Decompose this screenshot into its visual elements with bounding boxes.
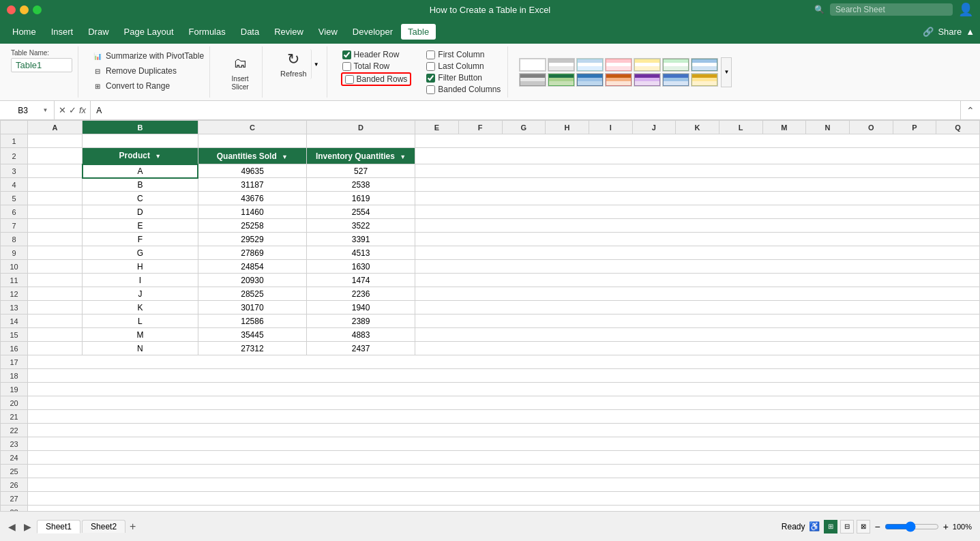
cell-c11[interactable]: 20930 bbox=[198, 274, 306, 287]
maximize-button[interactable] bbox=[33, 5, 42, 14]
col-header-k[interactable]: K bbox=[676, 121, 719, 134]
style-option-4[interactable] bbox=[634, 58, 661, 72]
style-option-6[interactable] bbox=[691, 58, 718, 72]
cell-c2-qty[interactable]: Quantities Sold ▼ bbox=[198, 148, 306, 164]
cell-b9[interactable]: G bbox=[83, 246, 198, 260]
refresh-dropdown[interactable]: ▼ bbox=[312, 49, 321, 79]
cell-e11-rest[interactable] bbox=[415, 274, 980, 287]
last-column-checkbox-row[interactable]: Last Column bbox=[425, 61, 502, 72]
row-22-cells[interactable] bbox=[28, 424, 980, 437]
view-normal-button[interactable]: ⊞ bbox=[824, 520, 837, 533]
cell-a9[interactable] bbox=[28, 246, 83, 260]
style-option-7[interactable] bbox=[519, 73, 546, 87]
cell-b4[interactable]: B bbox=[83, 178, 198, 192]
cell-a14[interactable] bbox=[28, 315, 83, 328]
name-box-input[interactable] bbox=[6, 106, 40, 115]
cell-a6[interactable] bbox=[28, 205, 83, 219]
menu-data[interactable]: Data bbox=[234, 24, 266, 40]
cell-b7[interactable]: E bbox=[83, 219, 198, 233]
filter-button-checkbox-row[interactable]: Filter Button bbox=[425, 72, 502, 83]
cell-d11[interactable]: 1474 bbox=[306, 274, 415, 287]
col-header-e[interactable]: E bbox=[415, 121, 459, 134]
refresh-button[interactable]: ↻ Refresh bbox=[276, 49, 312, 79]
table-name-input[interactable] bbox=[11, 58, 72, 72]
col-header-a[interactable]: A bbox=[28, 121, 83, 134]
cell-d10[interactable]: 1630 bbox=[306, 260, 415, 274]
cell-d15[interactable]: 4883 bbox=[306, 328, 415, 342]
cell-e13-rest[interactable] bbox=[415, 301, 980, 315]
cell-e7-rest[interactable] bbox=[415, 219, 980, 233]
col-header-f[interactable]: F bbox=[458, 121, 502, 134]
cell-e8-rest[interactable] bbox=[415, 233, 980, 246]
total-row-checkbox[interactable] bbox=[342, 62, 351, 71]
cell-c9[interactable]: 27869 bbox=[198, 246, 306, 260]
col-header-g[interactable]: G bbox=[502, 121, 546, 134]
product-dropdown-arrow[interactable]: ▼ bbox=[155, 153, 161, 160]
cell-a7[interactable] bbox=[28, 219, 83, 233]
view-layout-button[interactable]: ⊟ bbox=[840, 520, 854, 533]
col-header-h[interactable]: H bbox=[546, 121, 589, 134]
cell-e9-rest[interactable] bbox=[415, 246, 980, 260]
search-input[interactable] bbox=[830, 3, 953, 16]
cell-b12[interactable]: J bbox=[83, 287, 198, 301]
cell-c10[interactable]: 24854 bbox=[198, 260, 306, 274]
header-row-checkbox-row[interactable]: Header Row bbox=[341, 49, 412, 60]
header-row-checkbox[interactable] bbox=[342, 50, 351, 59]
cell-e14-rest[interactable] bbox=[415, 315, 980, 328]
cell-c15[interactable]: 35445 bbox=[198, 328, 306, 342]
row-28-cells[interactable] bbox=[28, 506, 980, 512]
cell-d8[interactable]: 3391 bbox=[306, 233, 415, 246]
cell-c6[interactable]: 11460 bbox=[198, 205, 306, 219]
tab-nav-next[interactable]: ▶ bbox=[21, 521, 34, 532]
cell-b13[interactable]: K bbox=[83, 301, 198, 315]
col-header-l[interactable]: L bbox=[719, 121, 762, 134]
cell-d1[interactable] bbox=[306, 134, 415, 148]
banded-columns-checkbox-row[interactable]: Banded Columns bbox=[425, 84, 502, 95]
col-header-b[interactable]: B bbox=[83, 121, 198, 134]
convert-to-range-button[interactable]: ⊞ Convert to Range bbox=[89, 79, 207, 93]
cell-e4-rest[interactable] bbox=[415, 178, 980, 192]
row-20-cells[interactable] bbox=[28, 396, 980, 410]
cell-c1[interactable] bbox=[198, 134, 306, 148]
menu-view[interactable]: View bbox=[312, 24, 344, 40]
style-option-1[interactable] bbox=[548, 58, 575, 72]
cell-d2-inv[interactable]: Inventory Quantities ▼ bbox=[306, 148, 415, 164]
cell-a4[interactable] bbox=[28, 178, 83, 192]
cell-a16[interactable] bbox=[28, 342, 83, 355]
col-header-n[interactable]: N bbox=[806, 121, 850, 134]
cell-d5[interactable]: 1619 bbox=[306, 192, 415, 205]
row-25-cells[interactable] bbox=[28, 465, 980, 478]
cell-c5[interactable]: 43676 bbox=[198, 192, 306, 205]
cell-b15[interactable]: M bbox=[83, 328, 198, 342]
style-option-12[interactable] bbox=[662, 73, 689, 87]
formula-expand-button[interactable]: ⌃ bbox=[960, 101, 980, 119]
menu-insert[interactable]: Insert bbox=[44, 24, 80, 40]
cell-e2-rest[interactable] bbox=[415, 148, 980, 164]
col-header-q[interactable]: Q bbox=[936, 121, 980, 134]
style-more-button[interactable]: ▼ bbox=[721, 57, 732, 87]
cell-d3[interactable]: 527 bbox=[306, 164, 415, 178]
cell-e10-rest[interactable] bbox=[415, 260, 980, 274]
cell-d9[interactable]: 4513 bbox=[306, 246, 415, 260]
row-19-cells[interactable] bbox=[28, 383, 980, 396]
inv-dropdown-arrow[interactable]: ▼ bbox=[400, 153, 406, 160]
col-header-j[interactable]: J bbox=[632, 121, 676, 134]
cell-b10[interactable]: H bbox=[83, 260, 198, 274]
cell-a2[interactable] bbox=[28, 148, 83, 164]
sheet-tab-2[interactable]: Sheet2 bbox=[82, 520, 125, 533]
first-column-checkbox-row[interactable]: First Column bbox=[425, 49, 502, 60]
remove-duplicates-button[interactable]: ⊟ Remove Duplicates bbox=[89, 64, 207, 78]
cell-c3[interactable]: 49635 bbox=[198, 164, 306, 178]
col-header-p[interactable]: P bbox=[893, 121, 936, 134]
banded-rows-checkbox-row[interactable]: Banded Rows bbox=[341, 72, 412, 86]
collapse-icon[interactable]: ▲ bbox=[966, 27, 975, 37]
row-17-cells[interactable] bbox=[28, 355, 980, 369]
style-option-2[interactable] bbox=[576, 58, 604, 72]
cell-e6-rest[interactable] bbox=[415, 205, 980, 219]
cell-d13[interactable]: 1940 bbox=[306, 301, 415, 315]
cell-d14[interactable]: 2389 bbox=[306, 315, 415, 328]
cell-d12[interactable]: 2236 bbox=[306, 287, 415, 301]
col-header-m[interactable]: M bbox=[762, 121, 806, 134]
share-button[interactable]: 🔗 Share ▲ bbox=[923, 27, 975, 37]
cell-a12[interactable] bbox=[28, 287, 83, 301]
